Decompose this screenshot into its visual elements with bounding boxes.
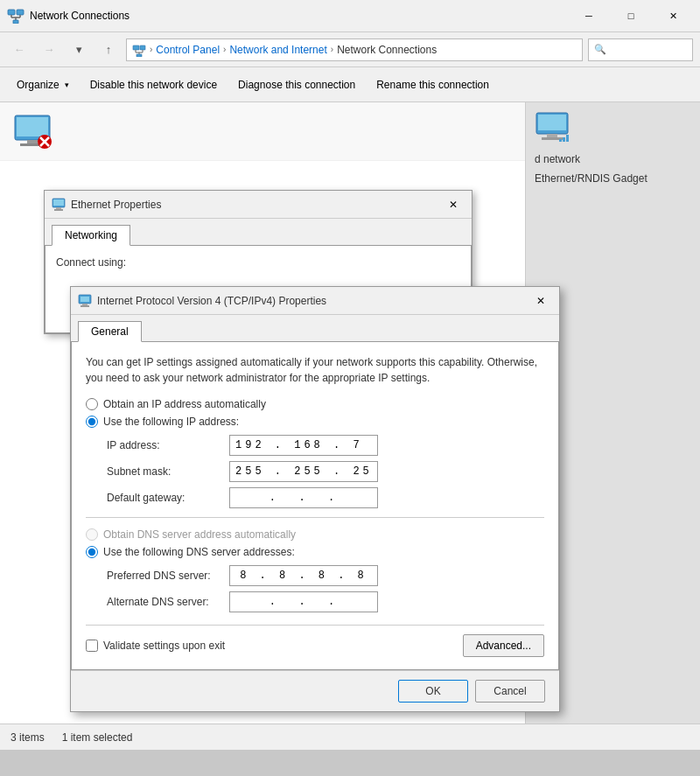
selected-count: 1 item selected: [62, 731, 133, 744]
advanced-button[interactable]: Advanced...: [463, 634, 544, 657]
obtain-dns-auto-label[interactable]: Obtain DNS server address automatically: [86, 528, 544, 541]
back-icon: ←: [14, 43, 25, 56]
validate-checkbox-label[interactable]: Validate settings upon exit: [86, 640, 463, 652]
network-icon-disabled: [10, 109, 54, 153]
use-following-ip-text: Use the following IP address:: [103, 416, 239, 428]
breadcrumb-arrow: ›: [150, 45, 152, 54]
ok-label: OK: [425, 685, 440, 697]
right-panel-network-icon: [535, 111, 570, 146]
ip-fields: IP address: Subnet mask: Default gateway…: [107, 435, 544, 508]
ipv4-properties-dialog: Internet Protocol Version 4 (TCP/IPv4) P…: [70, 286, 560, 712]
obtain-ip-auto-radio[interactable]: [86, 398, 98, 410]
ethernet-dialog-icon: [52, 198, 66, 212]
svg-rect-30: [56, 207, 61, 209]
tab-general[interactable]: General: [78, 321, 142, 342]
bottom-row: Validate settings upon exit Advanced...: [86, 625, 544, 657]
ipv4-dialog-title: Internet Protocol Version 4 (TCP/IPv4) P…: [97, 295, 524, 307]
right-panel-device-text: Ethernet/RNDIS Gadget: [535, 172, 691, 185]
ethernet-close-button[interactable]: ✕: [442, 194, 465, 215]
breadcrumb-control-panel[interactable]: Control Panel: [156, 44, 220, 56]
ipv4-title-bar: Internet Protocol Version 4 (TCP/IPv4) P…: [71, 287, 559, 315]
ip-radio-group: Obtain an IP address automatically Use t…: [86, 398, 544, 428]
dns-fields: Preferred DNS server: Alternate DNS serv…: [107, 565, 544, 612]
disable-button[interactable]: Disable this network device: [80, 72, 227, 98]
nav-bar: ← → ▾ ↑ › Control Panel › Network and In…: [0, 32, 700, 67]
ip-address-row: IP address:: [107, 435, 544, 456]
app-icon: [7, 6, 24, 26]
svg-rect-35: [80, 305, 89, 307]
ipv4-description: You can get IP settings assigned automat…: [86, 354, 544, 386]
svg-rect-16: [27, 140, 38, 143]
dns-section: Obtain DNS server address automatically …: [86, 528, 544, 612]
svg-rect-25: [559, 139, 562, 142]
diagnose-button[interactable]: Diagnose this connection: [228, 72, 365, 98]
app-title: Network Connections: [30, 10, 130, 22]
svg-rect-15: [17, 117, 48, 136]
recent-button[interactable]: ▾: [66, 38, 91, 62]
close-icon: ✕: [449, 199, 458, 211]
preferred-dns-input[interactable]: [229, 565, 378, 586]
default-gateway-input[interactable]: [229, 487, 378, 508]
svg-rect-1: [17, 10, 24, 15]
default-gateway-label: Default gateway:: [107, 492, 229, 504]
use-following-ip-radio[interactable]: [86, 416, 98, 428]
ipv4-dialog-icon: [78, 294, 92, 308]
ipv4-dialog-body: You can get IP settings assigned automat…: [71, 342, 559, 670]
organize-label: Organize: [17, 79, 60, 91]
main-content: d network Ethernet/RNDIS Gadget Ethernet…: [0, 102, 700, 750]
window-controls: ─ □ ✕: [569, 3, 693, 29]
search-icon: 🔍: [594, 44, 606, 55]
advanced-label: Advanced...: [476, 640, 531, 652]
item-count: 3 items: [10, 731, 45, 744]
default-gateway-row: Default gateway:: [107, 487, 544, 508]
breadcrumb-network-internet[interactable]: Network and Internet: [229, 44, 326, 56]
svg-rect-29: [53, 199, 64, 206]
preferred-dns-row: Preferred DNS server:: [107, 565, 544, 586]
ipv4-close-button[interactable]: ✕: [529, 290, 552, 311]
alternate-dns-input[interactable]: [229, 591, 378, 612]
subnet-mask-input[interactable]: [229, 461, 378, 482]
svg-rect-8: [140, 45, 145, 50]
ipv4-dialog-buttons: OK Cancel: [71, 670, 559, 711]
use-following-dns-label[interactable]: Use the following DNS server addresses:: [86, 546, 544, 558]
svg-rect-34: [82, 304, 88, 305]
forward-icon: →: [44, 43, 55, 56]
dns-radio-group: Obtain DNS server address automatically …: [86, 528, 544, 558]
organize-button[interactable]: Organize: [7, 72, 79, 98]
obtain-ip-auto-text: Obtain an IP address automatically: [103, 398, 266, 410]
tab-networking[interactable]: Networking: [52, 225, 130, 246]
up-button[interactable]: ↑: [96, 38, 121, 62]
svg-rect-26: [563, 137, 565, 142]
svg-rect-27: [566, 135, 569, 142]
close-button[interactable]: ✕: [653, 3, 693, 29]
ok-button[interactable]: OK: [398, 680, 468, 703]
connect-using-label: Connect using:: [56, 256, 460, 269]
preferred-dns-label: Preferred DNS server:: [107, 570, 229, 582]
up-icon: ↑: [106, 43, 112, 56]
search-box[interactable]: 🔍: [588, 38, 693, 61]
minimize-button[interactable]: ─: [569, 3, 609, 29]
right-panel-network-text: d network: [535, 153, 691, 165]
breadcrumb-home-icon: [132, 43, 146, 57]
use-following-dns-radio[interactable]: [86, 546, 98, 558]
ip-address-label: IP address:: [107, 439, 229, 451]
svg-rect-7: [133, 45, 139, 50]
title-bar: Network Connections ─ □ ✕: [0, 0, 700, 32]
toolbar: Organize Disable this network device Dia…: [0, 67, 700, 102]
svg-rect-13: [136, 54, 142, 57]
validate-checkbox[interactable]: [86, 640, 98, 652]
disable-label: Disable this network device: [90, 79, 217, 91]
svg-rect-31: [54, 209, 63, 211]
forward-button[interactable]: →: [37, 38, 61, 62]
svg-rect-6: [13, 20, 18, 24]
maximize-button[interactable]: □: [611, 3, 651, 29]
obtain-ip-auto-label[interactable]: Obtain an IP address automatically: [86, 398, 544, 410]
status-bar: 3 items 1 item selected: [0, 724, 700, 750]
rename-button[interactable]: Rename this connection: [367, 72, 499, 98]
obtain-dns-auto-radio[interactable]: [86, 528, 98, 541]
back-button[interactable]: ←: [7, 38, 32, 62]
cancel-button[interactable]: Cancel: [475, 680, 545, 703]
ethernet-dialog-title: Ethernet Properties: [71, 199, 437, 211]
ip-address-input[interactable]: [229, 435, 378, 456]
use-following-ip-label[interactable]: Use the following IP address:: [86, 416, 544, 428]
